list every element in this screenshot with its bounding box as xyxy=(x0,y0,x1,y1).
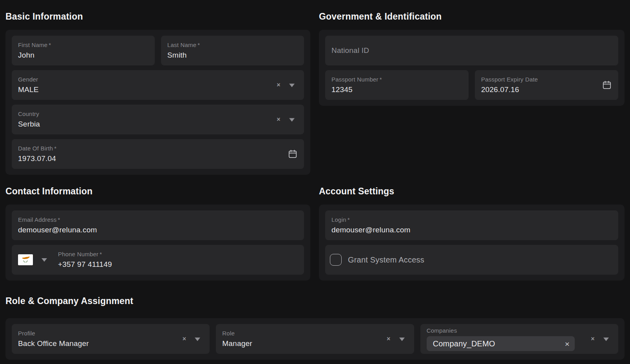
required-asterisk: * xyxy=(54,145,56,152)
clear-icon[interactable]: × xyxy=(275,81,282,89)
gender-select[interactable]: Gender MALE × xyxy=(12,70,304,100)
role-company-assignment-card: Profile Back Office Manager × Role Manag… xyxy=(5,318,625,360)
name-row: First Name* John Last Name* Smith xyxy=(12,36,304,65)
company-chip-label: Company_DEMO xyxy=(433,339,495,348)
country-label: Country xyxy=(18,110,298,118)
profile-select[interactable]: Profile Back Office Manager × xyxy=(12,324,210,354)
section-government-identification: Government & Identification National ID … xyxy=(319,0,625,175)
required-asterisk: * xyxy=(58,216,60,223)
phone-number-value: +357 97 411149 xyxy=(58,260,112,269)
clear-icon[interactable]: × xyxy=(589,335,596,342)
last-name-value: Smith xyxy=(167,51,298,60)
grant-system-access-label: Grant System Access xyxy=(348,255,424,264)
section-account-settings: Account Settings Login* demouser@reluna.… xyxy=(319,175,625,281)
chevron-down-icon[interactable] xyxy=(399,337,405,341)
clear-icon[interactable]: × xyxy=(181,335,188,342)
profile-value: Back Office Manager xyxy=(18,339,203,348)
gender-value: MALE xyxy=(18,85,298,94)
last-name-label: Last Name* xyxy=(167,42,298,49)
country-code-selector[interactable] xyxy=(18,254,33,265)
passport-expiry-field[interactable]: Passport Expiry Date 2026.07.16 xyxy=(475,70,618,100)
calendar-icon-glyph xyxy=(602,80,612,90)
first-name-label: First Name* xyxy=(18,42,148,49)
login-label: Login* xyxy=(331,216,612,223)
phone-number-field[interactable]: Phone Number* +357 97 411149 xyxy=(12,245,304,275)
required-asterisk: * xyxy=(197,42,200,48)
required-asterisk: * xyxy=(348,216,350,223)
chevron-down-icon[interactable] xyxy=(289,83,295,87)
profile-label: Profile xyxy=(18,330,203,337)
login-value: demouser@reluna.com xyxy=(331,225,612,235)
role-company-assignment-title: Role & Company Assignment xyxy=(5,295,625,306)
chevron-down-icon[interactable] xyxy=(42,258,47,262)
chip-remove-icon[interactable]: × xyxy=(565,340,569,348)
email-address-label: Email Address* xyxy=(18,216,298,223)
country-value: Serbia xyxy=(18,120,298,129)
basic-information-card: First Name* John Last Name* Smith Gender… xyxy=(5,30,310,175)
country-select[interactable]: Country Serbia × xyxy=(12,105,304,134)
calendar-icon[interactable] xyxy=(602,80,612,90)
national-id-placeholder: National ID xyxy=(331,46,369,55)
cyprus-flag-icon xyxy=(18,254,33,265)
section-basic-information: Basic Information First Name* John Last … xyxy=(5,0,310,175)
required-asterisk: * xyxy=(380,76,382,83)
national-id-field[interactable]: National ID xyxy=(325,36,618,65)
company-chip: Company_DEMO × xyxy=(427,336,575,351)
role-label: Role xyxy=(222,330,407,337)
section-role-company-assignment: Role & Company Assignment Profile Back O… xyxy=(5,295,625,360)
passport-number-value: 12345 xyxy=(331,85,462,94)
chevron-down-icon[interactable] xyxy=(603,337,609,341)
account-settings-title: Account Settings xyxy=(319,186,625,197)
contact-information-title: Contact Information xyxy=(5,186,310,197)
basic-information-title: Basic Information xyxy=(5,11,310,22)
companies-select[interactable]: Companies Company_DEMO × × xyxy=(420,324,618,354)
chevron-down-icon[interactable] xyxy=(195,337,200,341)
required-asterisk: * xyxy=(100,251,102,257)
role-select[interactable]: Role Manager × xyxy=(216,324,414,354)
grant-system-access-row: Grant System Access xyxy=(325,245,618,275)
date-of-birth-field[interactable]: Date Of Birth* 1973.07.04 xyxy=(12,139,304,169)
clear-icon[interactable]: × xyxy=(275,116,282,123)
required-asterisk: * xyxy=(49,42,51,48)
date-of-birth-label: Date Of Birth* xyxy=(18,145,298,152)
calendar-icon[interactable] xyxy=(288,149,298,159)
companies-label: Companies xyxy=(427,327,612,334)
email-address-field[interactable]: Email Address* demouser@reluna.com xyxy=(12,210,304,240)
gender-label: Gender xyxy=(18,76,298,83)
phone-number-label: Phone Number* xyxy=(58,251,112,258)
account-settings-card: Login* demouser@reluna.com Grant System … xyxy=(319,205,625,281)
top-sections-grid: Basic Information First Name* John Last … xyxy=(5,0,625,281)
passport-number-field[interactable]: Passport Number* 12345 xyxy=(325,70,469,100)
clear-icon[interactable]: × xyxy=(385,335,392,342)
date-of-birth-value: 1973.07.04 xyxy=(18,154,298,163)
phone-number-text: Phone Number* +357 97 411149 xyxy=(58,251,112,269)
passport-row: Passport Number* 12345 Passport Expiry D… xyxy=(325,70,618,100)
section-contact-information: Contact Information Email Address* demou… xyxy=(5,175,310,281)
government-identification-card: National ID Passport Number* 12345 Passp… xyxy=(319,30,625,106)
role-value: Manager xyxy=(222,339,407,348)
passport-expiry-value: 2026.07.16 xyxy=(481,85,612,94)
login-field[interactable]: Login* demouser@reluna.com xyxy=(325,210,618,240)
government-identification-title: Government & Identification xyxy=(319,11,625,22)
chevron-down-icon[interactable] xyxy=(289,118,295,121)
passport-expiry-label: Passport Expiry Date xyxy=(481,76,612,83)
first-name-value: John xyxy=(18,51,148,60)
user-profile-form: Basic Information First Name* John Last … xyxy=(0,0,630,364)
last-name-field[interactable]: Last Name* Smith xyxy=(161,36,304,65)
calendar-icon-glyph xyxy=(288,149,298,159)
passport-number-label: Passport Number* xyxy=(331,76,462,83)
role-company-row: Profile Back Office Manager × Role Manag… xyxy=(12,324,618,354)
first-name-field[interactable]: First Name* John xyxy=(12,36,155,65)
contact-information-card: Email Address* demouser@reluna.com xyxy=(5,205,310,281)
grant-system-access-checkbox[interactable] xyxy=(330,254,342,266)
email-address-value: demouser@reluna.com xyxy=(18,225,298,235)
